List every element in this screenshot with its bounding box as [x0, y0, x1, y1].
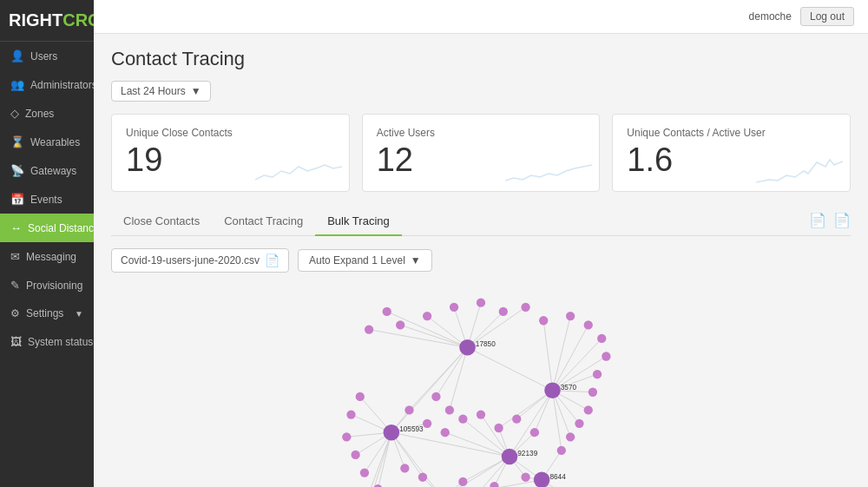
filter-bar: Last 24 Hours ▼	[111, 81, 851, 102]
sidebar-label-administrators: Administrators	[30, 79, 94, 91]
svg-line-32	[360, 432, 391, 487]
svg-point-109	[494, 424, 503, 432]
svg-point-136	[544, 382, 561, 398]
svg-point-78	[450, 303, 458, 312]
sidebar: RIGHTCROWD 👤 Users 👥 Administrators ◇ Zo…	[0, 0, 94, 487]
stat-title-1: Active Users	[377, 127, 586, 139]
svg-line-70	[391, 432, 443, 487]
svg-text:17850: 17850	[476, 340, 496, 348]
svg-point-85	[597, 334, 606, 343]
tabs-list: Close Contacts Contact Tracing Bulk Trac…	[111, 207, 402, 235]
svg-point-90	[575, 419, 583, 428]
sidebar-item-messaging[interactable]: ✉ Messaging	[0, 242, 94, 271]
sidebar-label-provisioning: Provisioning	[26, 280, 82, 292]
svg-point-140	[502, 449, 518, 465]
svg-point-134	[459, 339, 476, 356]
svg-point-83	[566, 312, 575, 320]
export-pdf-icon[interactable]: 📄	[809, 212, 826, 228]
svg-point-89	[584, 405, 593, 414]
svg-line-1	[400, 325, 467, 347]
stat-card-unique-close-contacts: Unique Close Contacts 19	[111, 114, 350, 192]
sidebar-item-administrators[interactable]: 👥 Administrators	[0, 70, 94, 99]
svg-point-103	[431, 392, 440, 401]
logo: RIGHTCROWD	[0, 0, 94, 42]
graph-small-nodes	[342, 298, 610, 487]
svg-point-102	[404, 405, 413, 414]
svg-point-105	[423, 419, 431, 428]
sidebar-item-system-status[interactable]: 🖼 System status	[0, 327, 94, 356]
svg-point-93	[356, 392, 365, 401]
stat-title-2: Unique Contacts / Active User	[627, 127, 836, 139]
svg-point-94	[346, 410, 355, 418]
messaging-icon: ✉	[10, 250, 20, 263]
filter-chevron-icon: ▼	[191, 85, 201, 97]
bulk-toolbar: Covid-19-users-june-2020.csv 📄 Auto Expa…	[111, 248, 851, 273]
svg-text:3570: 3570	[561, 384, 577, 392]
svg-line-42	[445, 432, 510, 457]
graph-edges	[346, 303, 606, 487]
sidebar-label-settings: Settings	[26, 307, 63, 319]
svg-point-117	[400, 464, 409, 472]
users-icon: 👤	[10, 49, 24, 63]
logout-button[interactable]: Log out	[800, 7, 854, 26]
tab-contact-tracing[interactable]: Contact Tracing	[212, 207, 315, 236]
svg-line-69	[391, 432, 510, 457]
sidebar-item-provisioning[interactable]: ✎ Provisioning	[0, 271, 94, 299]
sidebar-item-social-distancing[interactable]: ↔ Social Distancing	[0, 214, 94, 242]
sidebar-label-messaging: Messaging	[26, 251, 76, 263]
sidebar-item-users[interactable]: 👤 Users	[0, 42, 94, 70]
expand-level-select[interactable]: Auto Expand 1 Level ▼	[298, 249, 432, 272]
svg-point-77	[365, 325, 373, 333]
page-title: Contact Tracing	[111, 48, 851, 70]
svg-line-3	[369, 330, 467, 348]
svg-text:8644: 8644	[549, 473, 566, 481]
sparkline-0	[255, 149, 342, 184]
export-csv-icon[interactable]: 📄	[833, 212, 851, 228]
settings-icon: ⚙	[10, 307, 20, 319]
sidebar-label-gateways: Gateways	[30, 165, 76, 177]
provisioning-icon: ✎	[10, 279, 20, 292]
sidebar-item-settings[interactable]: ⚙ Settings ▼	[0, 299, 94, 327]
topbar-username: demoche	[749, 10, 792, 23]
svg-point-138	[384, 424, 400, 441]
tab-actions: 📄 📄	[809, 212, 851, 232]
svg-text:105593: 105593	[399, 425, 424, 433]
sidebar-nav: 👤 Users 👥 Administrators ◇ Zones ⌛ Weara…	[0, 42, 94, 356]
svg-point-79	[477, 298, 485, 306]
svg-point-104	[445, 405, 454, 414]
sidebar-label-wearables: Wearables	[30, 136, 80, 148]
stat-card-unique-contacts-per-user: Unique Contacts / Active User 1.6	[612, 114, 851, 192]
svg-line-13	[553, 325, 589, 390]
time-filter-select[interactable]: Last 24 Hours ▼	[111, 81, 211, 102]
sidebar-item-gateways[interactable]: 📡 Gateways	[0, 156, 94, 185]
svg-point-76	[383, 307, 391, 316]
svg-point-113	[490, 482, 498, 487]
stat-card-active-users: Active Users 12	[362, 114, 601, 192]
svg-point-84	[584, 320, 593, 329]
svg-point-116	[418, 473, 427, 482]
sidebar-item-wearables[interactable]: ⌛ Wearables	[0, 128, 94, 156]
svg-point-97	[360, 468, 369, 477]
svg-line-11	[543, 320, 552, 390]
sidebar-item-events[interactable]: 📅 Events	[0, 185, 94, 214]
sidebar-label-system-status: System status	[28, 336, 93, 348]
svg-point-106	[441, 428, 450, 437]
svg-point-115	[458, 477, 467, 486]
svg-text:92139: 92139	[517, 450, 537, 457]
svg-point-142	[534, 472, 550, 487]
filter-label: Last 24 Hours	[121, 85, 186, 97]
svg-point-95	[342, 432, 351, 441]
tab-bulk-tracing[interactable]: Bulk Tracing	[315, 207, 402, 236]
svg-point-92	[557, 446, 566, 455]
sparkline-2	[756, 149, 843, 184]
sidebar-item-zones[interactable]: ◇ Zones	[0, 99, 94, 128]
graph-svg: 17850 3570 105593 92139 8644 2665	[111, 285, 851, 487]
tab-close-contacts[interactable]: Close Contacts	[111, 207, 212, 236]
file-upload-icon: 📄	[265, 253, 279, 267]
svg-point-74	[423, 312, 431, 320]
expand-chevron-icon: ▼	[411, 254, 421, 267]
svg-point-86	[602, 352, 610, 360]
svg-point-96	[351, 451, 359, 459]
file-input[interactable]: Covid-19-users-june-2020.csv 📄	[111, 248, 289, 273]
stat-cards: Unique Close Contacts 19 Active Users 12…	[111, 114, 851, 192]
